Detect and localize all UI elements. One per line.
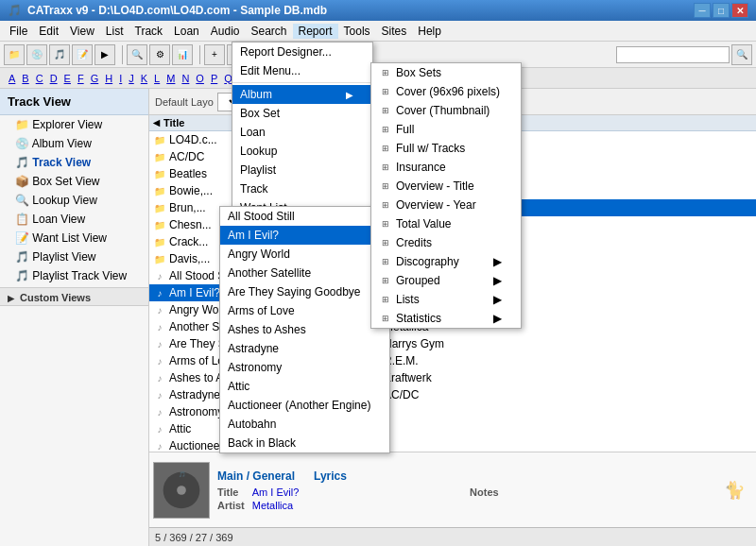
- toolbar-btn-6[interactable]: 🔍: [127, 44, 147, 65]
- alpha-j[interactable]: J: [126, 72, 137, 85]
- alpha-o[interactable]: O: [193, 72, 207, 85]
- sidebar-custom-views-section[interactable]: ▶ Custom Views: [0, 287, 148, 306]
- search-button[interactable]: 🔍: [731, 44, 752, 65]
- alpha-k[interactable]: K: [138, 72, 150, 85]
- sidebar-item-wantlist[interactable]: 📝 Want List View: [0, 229, 148, 247]
- toolbar-btn-5[interactable]: ▶: [94, 44, 115, 65]
- alpha-g[interactable]: G: [88, 72, 102, 85]
- album-sub-grouped[interactable]: ⊞Grouped ▶: [371, 271, 521, 290]
- sidebar-item-boxset[interactable]: 📦 Box Set View: [0, 172, 148, 191]
- album-sub-boxsets[interactable]: ⊞Box Sets: [371, 63, 521, 82]
- album-sub-discography[interactable]: ⊞Discography ▶: [371, 252, 521, 271]
- toolbar-btn-2[interactable]: 💿: [26, 44, 47, 65]
- alpha-n[interactable]: N: [179, 72, 192, 85]
- album-sub-totalvalue[interactable]: ⊞Total Value: [371, 214, 521, 233]
- toolbar-btn-7[interactable]: ⚙: [149, 44, 170, 65]
- menu-edit[interactable]: Edit: [33, 24, 64, 39]
- music-icon: ♪: [153, 286, 166, 299]
- close-button[interactable]: ✕: [731, 3, 748, 18]
- toolbar-btn-8[interactable]: 📊: [172, 44, 193, 65]
- custom-views-arrow: ▶: [8, 294, 14, 303]
- popup-track-arethey[interactable]: Are They Saying Goodbye: [220, 282, 389, 301]
- report-menu-album[interactable]: Album ▶: [232, 85, 372, 104]
- report-menu-editmenu[interactable]: Edit Menu...: [232, 61, 372, 80]
- menu-list[interactable]: List: [100, 24, 129, 39]
- report-menu-playlist[interactable]: Playlist: [232, 161, 372, 179]
- toolbar-btn-1[interactable]: 📁: [4, 44, 25, 65]
- sidebar-item-explorer[interactable]: 📁 Explorer View: [0, 115, 148, 134]
- alpha-m[interactable]: M: [163, 72, 178, 85]
- sidebar-item-playlisttrack[interactable]: 🎵 Playlist Track View: [0, 266, 148, 285]
- menu-report[interactable]: Report: [293, 24, 338, 39]
- report-editmenu-label: Edit Menu...: [240, 64, 301, 77]
- popup-track-angryworld[interactable]: Angry World: [220, 245, 389, 264]
- toolbar-btn-3[interactable]: 🎵: [49, 44, 70, 65]
- report-menu-lookup[interactable]: Lookup: [232, 142, 372, 161]
- folder-icon: 📁: [153, 133, 166, 146]
- sidebar-title: Track View: [0, 89, 148, 115]
- popup-track-armsoflove[interactable]: Arms of Love: [220, 301, 389, 320]
- report-designer-label: Report Designer...: [240, 45, 332, 59]
- artist-row[interactable]: R.E.M.: [376, 352, 756, 369]
- report-menu-boxset[interactable]: Box Set: [232, 104, 372, 123]
- alpha-b[interactable]: B: [19, 72, 31, 85]
- track-list-scroll-btn[interactable]: ◀: [153, 118, 160, 128]
- popup-track-attic[interactable]: Attic: [220, 377, 389, 396]
- alpha-a[interactable]: A: [6, 72, 18, 85]
- popup-track-backinblack[interactable]: Back in Black: [220, 434, 389, 452]
- sub-icon: ⊞: [379, 104, 392, 117]
- alpha-f[interactable]: F: [75, 72, 87, 85]
- music-icon: ♪: [153, 354, 166, 367]
- report-menu-loan[interactable]: Loan: [232, 123, 372, 142]
- sidebar-item-loan[interactable]: 📋 Loan View: [0, 210, 148, 229]
- menu-tools[interactable]: Tools: [338, 24, 376, 39]
- toolbar-btn-9[interactable]: +: [204, 44, 225, 65]
- alpha-d[interactable]: D: [47, 72, 60, 85]
- album-sub-overviewtitle[interactable]: ⊞Overview - Title: [371, 177, 521, 196]
- menu-loan[interactable]: Loan: [168, 24, 205, 39]
- menu-file[interactable]: File: [4, 24, 33, 39]
- menu-sites[interactable]: Sites: [376, 24, 413, 39]
- artist-row[interactable]: AC/DC: [376, 386, 756, 403]
- alpha-p[interactable]: P: [208, 72, 220, 85]
- popup-track-anothersatellite[interactable]: Another Satellite: [220, 264, 389, 282]
- alpha-c[interactable]: C: [33, 72, 46, 85]
- popup-track-allstoodstill[interactable]: All Stood Still: [220, 207, 389, 226]
- album-sub-insurance[interactable]: ⊞Insurance: [371, 158, 521, 177]
- popup-track-auctioneer[interactable]: Auctioneer (Another Engine): [220, 396, 389, 415]
- album-sub-fulltracks[interactable]: ⊞Full w/ Tracks: [371, 139, 521, 158]
- menu-help[interactable]: Help: [412, 24, 447, 39]
- alpha-i[interactable]: I: [116, 72, 125, 85]
- menu-track[interactable]: Track: [129, 24, 169, 39]
- toolbar-btn-4[interactable]: 📝: [72, 44, 93, 65]
- album-sub-statistics[interactable]: ⊞Statistics ▶: [371, 309, 521, 328]
- menu-audio[interactable]: Audio: [205, 24, 246, 39]
- popup-track-ashestoashes[interactable]: Ashes to Ashes: [220, 320, 389, 339]
- maximize-button[interactable]: □: [713, 3, 730, 18]
- report-menu-track[interactable]: Track: [232, 179, 372, 198]
- sidebar-item-album[interactable]: 💿 Album View: [0, 134, 148, 153]
- search-input[interactable]: [616, 46, 730, 63]
- album-sub-credits[interactable]: ⊞Credits: [371, 233, 521, 252]
- alpha-h[interactable]: H: [102, 72, 115, 85]
- minimize-button[interactable]: ─: [694, 3, 711, 18]
- alpha-e[interactable]: E: [61, 72, 74, 85]
- sidebar-item-lookup[interactable]: 🔍 Lookup View: [0, 191, 148, 210]
- popup-track-astronomy[interactable]: Astronomy: [220, 358, 389, 377]
- popup-track-astradyne[interactable]: Astradyne: [220, 339, 389, 358]
- album-sub-full[interactable]: ⊞Full: [371, 120, 521, 139]
- alpha-l[interactable]: L: [151, 72, 163, 85]
- sidebar-item-playlist[interactable]: 🎵 Playlist View: [0, 247, 148, 266]
- album-sub-cover96[interactable]: ⊞Cover (96x96 pixels): [371, 82, 521, 101]
- artist-row[interactable]: Harrys Gym: [376, 335, 756, 352]
- report-menu-designer[interactable]: Report Designer...: [232, 43, 372, 61]
- album-sub-overviewyear[interactable]: ⊞Overview - Year: [371, 196, 521, 214]
- menu-search[interactable]: Search: [245, 24, 292, 39]
- sidebar-item-track[interactable]: 🎵 Track View: [0, 153, 148, 172]
- album-sub-coverthumb[interactable]: ⊞Cover (Thumbnail): [371, 101, 521, 120]
- popup-track-amisevil[interactable]: Am I Evil?: [220, 226, 389, 245]
- album-sub-lists[interactable]: ⊞Lists ▶: [371, 290, 521, 309]
- artist-row[interactable]: Kraftwerk: [376, 369, 756, 386]
- menu-view[interactable]: View: [64, 24, 100, 39]
- popup-track-autobahn[interactable]: Autobahn: [220, 415, 389, 434]
